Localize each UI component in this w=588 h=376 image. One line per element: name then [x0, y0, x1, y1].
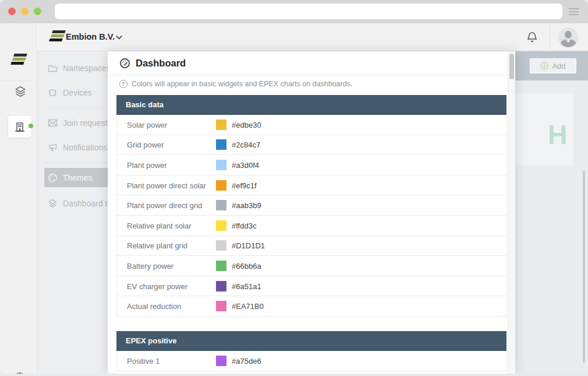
color-name: Grid power — [127, 140, 164, 149]
table-row: EV charger power #6a51a1 — [117, 276, 506, 297]
epex-positive-table: EPEX positive Positive 1 #a75de6 — [116, 331, 506, 371]
color-name: Relative plant solar — [127, 221, 192, 230]
table-row: Grid power #2c84c7 — [117, 135, 506, 156]
color-swatch[interactable] — [216, 281, 226, 291]
modal-subtitle: Colors will appear in basic widgets and … — [132, 80, 352, 88]
color-swatch[interactable] — [216, 261, 226, 271]
table-row: Plant power direct solar #ef9c1f — [117, 175, 506, 196]
chevron-down-icon — [116, 36, 122, 40]
modal-divider — [108, 75, 508, 75]
close-window-button[interactable] — [8, 8, 16, 15]
namespaces-layers-icon[interactable] — [14, 85, 27, 98]
maximize-window-button[interactable] — [34, 8, 41, 15]
color-name: Actual reduction — [127, 302, 181, 311]
modal-subtitle-row: ? Colors will appear in basic widgets an… — [119, 79, 352, 89]
dashboard-theme-modal: Dashboard ? Colors will appear in basic … — [108, 51, 515, 374]
org-status-dot — [29, 124, 33, 128]
browser-chrome — [0, 0, 588, 23]
table-row: Actual reduction #EA71B0 — [117, 296, 506, 317]
table-row: Relative plant grid #D1D1D1 — [117, 236, 506, 256]
embion-logo-icon — [49, 30, 65, 44]
color-name: Plant power — [127, 160, 167, 169]
embion-logo-icon — [11, 54, 26, 68]
modal-title: Dashboard — [136, 58, 186, 69]
table-row: Battery power #66bb6a — [117, 256, 506, 276]
color-name: Positive 1 — [127, 356, 160, 365]
building-icon — [14, 121, 26, 133]
color-swatch[interactable] — [216, 160, 226, 170]
notifications-bell-icon[interactable] — [526, 31, 539, 44]
color-hex: #6a51a1 — [232, 282, 261, 290]
table-section-header: Basic data — [116, 95, 506, 115]
table-row: Solar power #edbe30 — [117, 115, 506, 135]
color-name: Solar power — [127, 120, 167, 129]
color-swatch[interactable] — [216, 240, 226, 251]
table-row: Plant power direct grid #aab3b9 — [117, 195, 506, 216]
color-swatch[interactable] — [216, 180, 226, 191]
color-hex: #66bb6a — [232, 261, 261, 270]
color-name: Relative plant grid — [127, 241, 187, 250]
color-swatch[interactable] — [216, 200, 226, 210]
gear-icon[interactable]: ⚙ — [14, 371, 26, 374]
minimize-window-button[interactable] — [21, 8, 29, 15]
color-hex: #edbe30 — [232, 120, 261, 129]
table-row: Positive 1 #a75de6 — [117, 351, 506, 371]
modal-scrollbar[interactable] — [508, 51, 515, 374]
active-organization-tile[interactable] — [8, 116, 31, 138]
color-hex: #ffdd3c — [232, 221, 256, 230]
color-swatch[interactable] — [216, 301, 226, 311]
table-row: Relative plant solar #ffdd3c — [117, 216, 506, 236]
icon-rail: ⚙ — [0, 23, 37, 374]
table-row: Plant power #a3d0f4 — [117, 155, 506, 175]
modal-scrollbar-thumb[interactable] — [509, 54, 514, 79]
modal-header: Dashboard — [108, 51, 508, 75]
color-name: EV charger power — [127, 282, 187, 290]
gauge-icon — [119, 58, 130, 69]
app-header: Embion B.V. — [38, 23, 588, 51]
color-swatch[interactable] — [216, 356, 226, 366]
color-name: Plant power direct solar — [127, 181, 206, 189]
color-swatch[interactable] — [216, 120, 226, 130]
color-name: Plant power direct grid — [127, 201, 202, 210]
rail-divider — [0, 80, 37, 80]
color-hex: #ef9c1f — [232, 181, 257, 189]
color-hex: #a75de6 — [232, 356, 261, 365]
color-swatch[interactable] — [216, 220, 226, 231]
basic-data-table: Basic data Solar power #edbe30 Grid powe… — [116, 95, 506, 317]
browser-menu-icon[interactable] — [569, 8, 579, 15]
header-separator — [550, 23, 550, 51]
table-section-header: EPEX positive — [116, 331, 506, 351]
color-hex: #aab3b9 — [232, 201, 261, 210]
color-name: Battery power — [127, 261, 173, 270]
help-circle-icon: ? — [119, 80, 127, 88]
address-bar[interactable] — [55, 3, 562, 19]
color-hex: #a3d0f4 — [232, 160, 259, 169]
browser-window: ⚙ Embion B.V. Namespaces — [0, 0, 588, 374]
color-hex: #EA71B0 — [232, 302, 264, 311]
color-swatch[interactable] — [216, 139, 226, 150]
org-switcher[interactable]: Embion B.V. — [66, 32, 115, 41]
user-avatar[interactable] — [558, 27, 578, 47]
color-hex: #2c84c7 — [232, 140, 260, 149]
color-hex: #D1D1D1 — [232, 241, 265, 250]
